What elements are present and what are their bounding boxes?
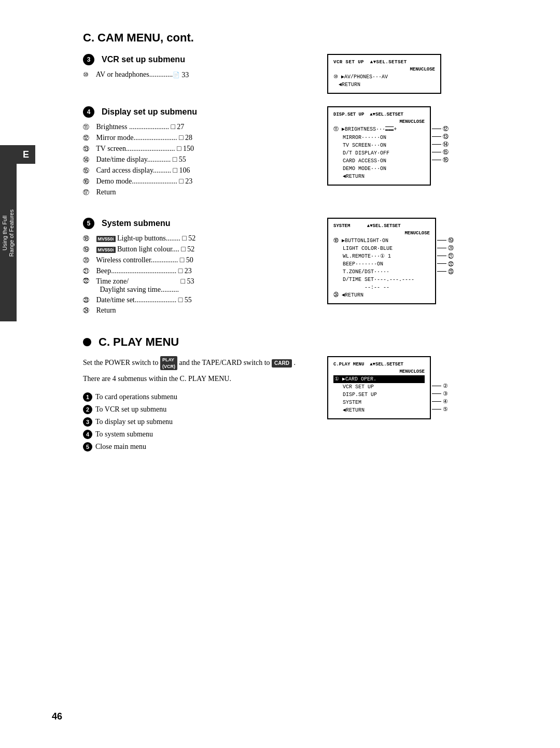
page-ref-19: □ 52 (181, 245, 194, 253)
item-num-19: ⑲ (83, 245, 94, 254)
menu-item-17: ⑰ Return (83, 188, 317, 197)
item-num-12: ⑫ (83, 134, 94, 143)
sys-line-21: BEEP·······ON (333, 260, 430, 268)
menu-item-14: ⑭ Date/time display............. □ 55 (83, 156, 317, 164)
vcr-submenu-section: 3 VCR set up submenu ⑩ AV or headphones.… (83, 54, 519, 94)
item-text-15: Card access display.......... (94, 166, 173, 175)
sys-label-22: ㉒ (437, 260, 454, 267)
vcr-submenu-right: VCR SET UP ▲▼SEL.SETSET MENUCLOSE ⑩ ▶AV/… (327, 54, 519, 94)
play-circle-4: 4 (83, 430, 92, 439)
vcr-screen-line1: ⑩ ▶AV/PHONES···AV (333, 73, 435, 81)
disp-line-11: ⑪ ▶BRIGHTNESS···▬▬▬+ (333, 125, 425, 134)
section-title: C. CAM MENU, cont. (83, 31, 519, 45)
page-ref-21: □ 23 (178, 267, 192, 275)
disp-submenu-right: DISP.SET UP ▲▼SEL.SETSET MENUCLOSE ⑪ ▶BR… (327, 106, 519, 205)
play-menu-section: C. PLAY MENU Set the POWER switch to PLA… (83, 335, 519, 455)
page-ref-23: □ 55 (178, 296, 192, 304)
play-screen-line3: DISP.SET UP (333, 391, 425, 399)
item-num-20: ⑳ (83, 256, 94, 265)
disp-submenu-number: 4 (83, 106, 94, 118)
mv-badge-18: MV550i (96, 236, 116, 242)
item-num-24: ㉔ (83, 307, 94, 314)
sys-submenu-label: System submenu (102, 219, 170, 228)
disp-label-13: ⑬ (432, 133, 449, 140)
disp-line-16: DEMO MODE···ON (333, 165, 425, 173)
item-num-18: ⑱ (83, 234, 94, 243)
disp-line-17: ◄RETURN (333, 173, 425, 180)
disp-submenu-section: 4 Display set up submenu ⑪ Brightness ..… (83, 106, 519, 205)
page-ref-13: □ 150 (177, 145, 194, 153)
item-text-12: Mirror mode........................ (94, 134, 179, 142)
play-item-text-4: To system submenu (95, 430, 153, 439)
sys-label-20: ⑳ (437, 244, 454, 252)
menu-item-23: ㉓ Date/time set....................... □… (83, 296, 317, 304)
play-item-3: 3 To display set up submenu (83, 417, 317, 427)
play-intro-part2: and the TAPE/CARD switch to (179, 359, 270, 366)
disp-line-15: CARD ACCESS·ON (333, 157, 425, 165)
page-ref-18: □ 52 (182, 234, 195, 243)
play-badge: PLAY(VCR) (160, 356, 177, 370)
vcr-submenu-label: VCR set up submenu (102, 55, 185, 64)
play-submenu-list: 1 To card operations submenu 2 To VCR se… (83, 392, 317, 451)
play-screen-line4: SYSTEM (333, 399, 425, 406)
play-label-2: ② (432, 382, 448, 390)
item-num-22: ㉒ (83, 277, 94, 285)
vcr-submenu-left: 3 VCR set up submenu ⑩ AV or headphones.… (83, 54, 317, 94)
item-text-13: TV screen........................... (94, 145, 177, 153)
item-num-21: ㉑ (83, 267, 94, 275)
vcr-menu-items: ⑩ AV or headphones............. 📄 33 (83, 70, 317, 79)
play-label-4: ④ (432, 398, 448, 405)
sys-screen-header: SYSTEM ▲▼SEL.SETSET (333, 223, 430, 230)
item-num-16: ⑯ (83, 177, 94, 186)
play-intro-line2: There are 4 submenus within the C. PLAY … (83, 373, 317, 385)
vcr-submenu-title: 3 VCR set up submenu (83, 54, 317, 65)
page-ref-12: □ 28 (179, 134, 192, 142)
item-text-14: Date/time display............. (94, 156, 173, 164)
disp-label-15: ⑮ (432, 148, 449, 156)
disp-label-14: ⑭ (432, 140, 449, 148)
sys-submenu-number: 5 (83, 218, 94, 229)
play-label-5: ⑤ (432, 405, 448, 413)
play-screen: C.PLAY MENU ▲▼SEL.SETSET MENUCLOSE ① ▶CA… (327, 356, 431, 419)
play-intro-part3: . (294, 359, 296, 366)
menu-item-24: ㉔ Return (83, 306, 317, 315)
sys-label-21: ㉑ (437, 252, 454, 260)
sys-label-23: ㉓ (437, 267, 454, 275)
menu-item-18: ⑱ MV550i Light-up buttons........ □ 52 (83, 234, 317, 243)
sys-line-23: D/TIME SET·---.---.---- (333, 276, 430, 284)
play-circle-2: 2 (83, 405, 92, 414)
play-item-4: 4 To system submenu (83, 430, 317, 439)
play-circle-1: 1 (83, 392, 92, 402)
sys-screen-container: SYSTEM ▲▼SEL.SETSET MENUCLOSE ⑱ ▶BUTTONL… (327, 218, 454, 304)
page-number: 46 (52, 711, 62, 722)
item-num-11: ⑪ (83, 123, 94, 132)
menu-item-15: ⑮ Card access display.......... □ 106 (83, 166, 317, 175)
play-label-3: ③ (432, 390, 448, 398)
play-menu-left: Set the POWER switch to PLAY(VCR) and th… (83, 356, 317, 455)
play-intro-line1: Set the POWER switch to PLAY(VCR) and th… (83, 356, 317, 370)
page-ref-22: □ 53 (180, 277, 194, 286)
side-tab: Using the Full Range of Features (0, 145, 17, 321)
play-screen-header: C.PLAY MENU ▲▼SEL.SETSET (333, 361, 425, 369)
vcr-screen-header: VCR SET UP ▲▼SEL.SETSET (333, 59, 435, 66)
play-screen-header2: MENUCLOSE (333, 369, 425, 376)
card-badge: CARD (272, 359, 292, 368)
page-ref-15: □ 106 (173, 166, 190, 175)
item-text-17: Return (94, 188, 116, 196)
play-item-5: 5 Close main menu (83, 442, 317, 451)
mv-badge-19: MV550i (96, 247, 116, 253)
disp-line-13: TV SCREEN···ON (333, 142, 425, 149)
sys-submenu-left: 5 System submenu ⑱ MV550i Light-up butto… (83, 218, 317, 323)
item-text-21: Beep.................................... (94, 267, 178, 275)
main-content: C. CAM MENU, cont. 3 VCR set up submenu … (83, 31, 519, 455)
sys-submenu-section: 5 System submenu ⑱ MV550i Light-up butto… (83, 218, 519, 323)
sys-line-20: WL.REMOTE···① 1 (333, 252, 430, 260)
vcr-screen-line2: ◄RETURN (339, 81, 435, 89)
play-screen-line1: ① ▶CARD OPER. (333, 375, 425, 383)
item-num-14: ⑭ (83, 156, 94, 164)
item-num-15: ⑮ (83, 166, 94, 175)
item-text-20: Wireless controller............... (94, 256, 180, 264)
menu-item-21: ㉑ Beep..................................… (83, 267, 317, 275)
menu-item-19: ⑲ MV550i Button light colour.... □ 52 (83, 245, 317, 254)
play-item-2: 2 To VCR set up submenu (83, 405, 317, 414)
